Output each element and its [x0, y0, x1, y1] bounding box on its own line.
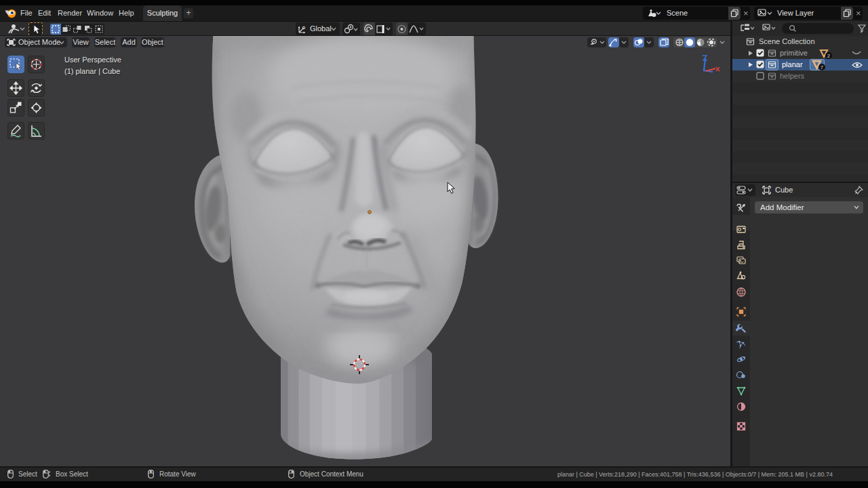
svg-text:7: 7 [821, 65, 823, 70]
svg-text:2: 2 [827, 54, 830, 58]
